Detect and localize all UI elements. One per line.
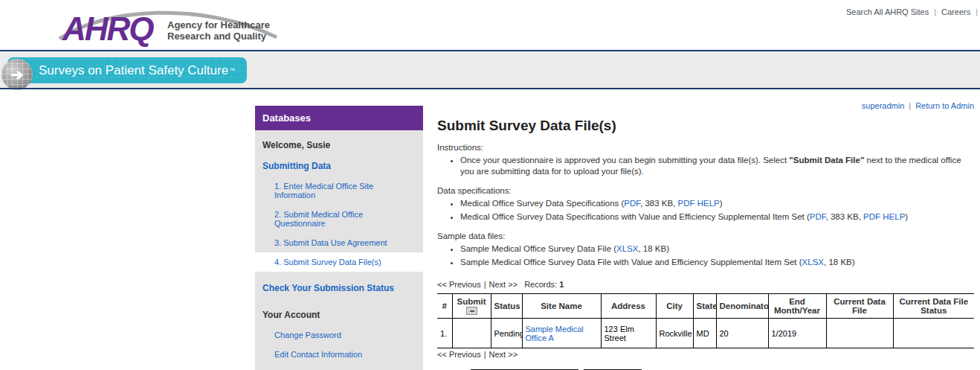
instruction-item: Once your questionnaire is approved you …: [460, 155, 974, 177]
cell-address: 123 Elm Street: [601, 319, 656, 348]
data-specs-list: Medical Office Survey Data Specification…: [437, 198, 974, 223]
banner-divider: [0, 88, 980, 89]
col-header-label: Current Data File Status: [899, 297, 968, 315]
pagination-separator: |: [484, 350, 486, 359]
col-header-label: Current Data File: [834, 297, 886, 315]
col-header-denominator: Denominator: [716, 294, 768, 319]
globe-arrow-icon: ➔: [1, 59, 33, 90]
spec-text-end: ): [720, 199, 723, 208]
previous-link[interactable]: << Previous: [437, 350, 481, 359]
cell-state: MD: [693, 319, 716, 348]
records-count: 1: [559, 280, 564, 289]
utility-nav: Search All AHRQ Sites|Careers|C: [846, 7, 980, 16]
next-link[interactable]: Next >>: [489, 280, 518, 289]
pagination-bottom: << Previous|Next >>: [437, 350, 974, 359]
col-header-city: City: [656, 294, 693, 319]
pdf-help-link[interactable]: PDF HELP: [863, 212, 905, 221]
sample-text: Sample Medical Office Survey Data File (: [460, 244, 616, 253]
col-header-label: Address: [611, 302, 645, 310]
sidebar-item-step4-submit-data-files[interactable]: 4. Submit Survey Data File(s): [255, 252, 423, 272]
sidebar-item-edit-contact-information[interactable]: Edit Contact Information: [255, 345, 423, 364]
pagination-separator: |: [484, 280, 486, 289]
spec-filesize: , 383 KB,: [826, 212, 864, 221]
site-header: AHRQ Agency for Healthcare Research and …: [0, 0, 980, 51]
sample-item: Sample Medical Office Survey Data File w…: [460, 257, 974, 268]
submit-sort-button[interactable]: [466, 307, 477, 315]
sample-files-list: Sample Medical Office Survey Data File (…: [437, 243, 974, 268]
superadmin-link[interactable]: superadmin: [862, 101, 904, 110]
col-header-submit: Submit: [452, 294, 491, 319]
instruction-bold-text: "Submit Data File": [789, 156, 864, 165]
cell-submit: [452, 319, 491, 348]
col-header-label: End Month/Year: [774, 297, 820, 315]
submissions-table: # Submit Status Site Name Address City S…: [437, 293, 974, 348]
col-header-current-data-file-status: Current Data File Status: [893, 294, 974, 319]
main-content: superadmin|Return to Admin Submit Survey…: [437, 101, 974, 370]
cell-city: Rockville: [656, 319, 693, 348]
site-name-link[interactable]: Sample Medical Office A: [526, 325, 584, 342]
sidebar-nav: Databases Welcome, Susie Submitting Data…: [255, 106, 423, 370]
col-header-status: Status: [491, 294, 522, 319]
col-header-site-name: Site Name: [522, 294, 601, 319]
sample-text-end: , 18 KB): [638, 244, 669, 253]
cell-status: Pending: [491, 319, 522, 348]
sidebar-item-check-submission-status[interactable]: Check Your Submission Status: [255, 278, 423, 299]
col-header-current-data-file: Current Data File: [826, 294, 893, 319]
col-header-label: Status: [494, 302, 520, 310]
sidebar-item-step1-site-information[interactable]: 1. Enter Medical Office Site Information: [255, 176, 423, 205]
pdf-help-link[interactable]: PDF HELP: [678, 199, 720, 208]
agency-tagline: Agency for Healthcare Research and Quali…: [167, 19, 270, 42]
col-header-label: Denominator: [720, 302, 769, 310]
admin-separator: |: [909, 101, 911, 110]
table-row: 1. Pending Sample Medical Office A 123 E…: [437, 319, 974, 348]
link-search-all-ahrq-sites[interactable]: Search All AHRQ Sites: [846, 7, 929, 16]
col-header-address: Address: [601, 294, 656, 319]
pagination-top: << Previous|Next >> Records: 1: [437, 280, 974, 289]
pdf-link[interactable]: PDF: [810, 212, 826, 221]
banner-strip: ➔ Surveys on Patient Safety Culture™: [0, 51, 980, 88]
sample-text-end: , 18 KB): [824, 258, 855, 267]
spec-text: Medical Office Survey Data Specification…: [460, 212, 810, 221]
cell-current-data-file: [826, 319, 893, 348]
sidebar-body: Welcome, Susie Submitting Data 1. Enter …: [255, 130, 423, 370]
sidebar-title: Databases: [255, 106, 423, 130]
spec-text-end: ): [905, 212, 908, 221]
cell-denominator: 20: [716, 319, 768, 348]
col-header-label: State: [697, 302, 717, 310]
sample-item: Sample Medical Office Survey Data File (…: [460, 243, 974, 255]
table-header-row: # Submit Status Site Name Address City S…: [437, 294, 974, 319]
sample-files-label: Sample data files:: [437, 232, 974, 240]
pdf-link[interactable]: PDF: [624, 199, 640, 208]
col-header-state: State: [693, 294, 716, 319]
records-label: Records:: [524, 280, 557, 289]
arrow-glyph: ➔: [11, 67, 24, 82]
tagline-line-2: Research and Quality: [167, 31, 270, 42]
sidebar-item-step3-data-use-agreement[interactable]: 3. Submit Data Use Agreement: [255, 233, 423, 252]
spec-filesize: , 383 KB,: [640, 199, 678, 208]
tagline-line-1: Agency for Healthcare: [167, 19, 270, 31]
link-careers[interactable]: Careers: [941, 7, 970, 16]
instructions-list: Once your questionnaire is approved you …: [437, 155, 974, 177]
admin-bar: superadmin|Return to Admin: [437, 101, 974, 112]
spec-text: Medical Office Survey Data Specification…: [460, 199, 624, 208]
sidebar-item-change-password[interactable]: Change Password: [255, 325, 423, 345]
trademark-symbol: ™: [229, 67, 235, 74]
col-header-end-month-year: End Month/Year: [768, 294, 826, 319]
welcome-message: Welcome, Susie: [255, 135, 423, 156]
data-specs-label: Data specifications:: [437, 186, 974, 195]
next-link[interactable]: Next >>: [489, 350, 518, 359]
spec-item: Medical Office Survey Data Specification…: [460, 211, 974, 223]
xlsx-link[interactable]: XLSX: [616, 244, 638, 253]
previous-link[interactable]: << Previous: [437, 280, 481, 289]
xlsx-link[interactable]: XLSX: [802, 258, 824, 267]
sample-text: Sample Medical Office Survey Data File w…: [460, 258, 802, 267]
sidebar-item-submitting-data[interactable]: Submitting Data: [255, 156, 423, 176]
instruction-text: Once your questionnaire is approved you …: [460, 156, 789, 165]
cell-end-month-year: 1/2019: [768, 319, 826, 348]
sidebar-item-step2-questionnaire[interactable]: 2. Submit Medical Office Questionnaire: [255, 205, 423, 233]
sort-glyph: [470, 310, 474, 312]
return-to-admin-link[interactable]: Return to Admin: [915, 101, 974, 110]
spec-item: Medical Office Survey Data Specification…: [460, 198, 974, 209]
page-title: Submit Survey Data File(s): [437, 118, 974, 134]
sidebar-heading-your-account: Your Account: [255, 304, 423, 325]
